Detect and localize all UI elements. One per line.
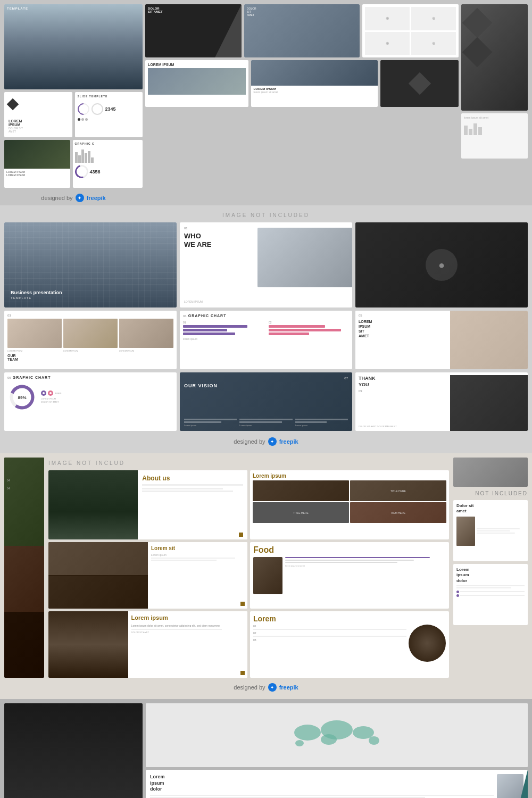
designed-by-text-2: designed by	[234, 438, 265, 445]
vision-lorem: Lorem ipsum	[184, 424, 237, 427]
slide-dolor-sit: Dolor sitamet	[453, 500, 528, 561]
slide-landscape: TEMPLATE	[4, 4, 143, 89]
slide-lorem-dolor-right: Loremipsumdolor	[146, 770, 528, 798]
section3: 04 04 IMAGE NOT INCLUD Abo	[0, 453, 532, 699]
section1-center-col: DOLORSIT AMET DOLORSITAMET ⊕	[145, 4, 459, 205]
freepik-icon: ✦	[76, 194, 84, 202]
worldmap-svg	[284, 714, 390, 757]
slide-lorem-cow: LOREM IPSUM	[145, 60, 248, 107]
lorem-05-text: LOREMIPSUMSITAMET	[359, 319, 447, 338]
svg-point-5	[353, 726, 374, 739]
section3-right-col: NOT INCLUDED Dolor sitamet	[453, 458, 528, 678]
slide-dark-triangle: DOLORSIT AMET	[145, 4, 242, 57]
section3-left-dark: 04 04	[4, 458, 44, 678]
biz-title: Business presentation	[11, 290, 62, 296]
food-dark-panel: 04 04	[4, 458, 44, 678]
food-title: Food	[253, 545, 446, 555]
brown-square-2	[240, 602, 245, 606]
chart-label-01: 01	[183, 321, 263, 324]
chart-06-num: 06	[7, 376, 11, 379]
lorem-dolor-title: Loremipsumdolor	[456, 567, 525, 584]
designed-by-text: designed by	[41, 195, 72, 201]
team-m3: LOREM IPSUM	[119, 350, 173, 352]
chart-sub-04: lorem ipsum	[183, 337, 349, 340]
section1-left-col: TEMPLATE LOREMIPSUM DOLOR SITAMET	[4, 4, 143, 205]
section3-main-grid: IMAGE NOT INCLUD About us	[48, 458, 449, 678]
section2-grid: Business presentation TEMPLATE 01 WHOWE …	[4, 222, 528, 431]
item-here: ITEM HERE	[350, 502, 446, 523]
slide-chart-04: 04 GRAPHIC CHART 01 02	[180, 311, 352, 369]
food-grid-title: Lorem ipsum	[253, 473, 446, 479]
slide-vision-07: 07 OUR VISION Lorem ipsum Lorem ipsum	[180, 372, 352, 431]
slide-who-we-are: 01 WHOWE ARE LOREM IPSUM	[180, 222, 352, 307]
section2: IMAGE NOT INCLUDED Business presentation…	[0, 205, 532, 453]
section4-inner: Loremipsumdolor	[4, 703, 528, 798]
title-here: TITLE HERE	[350, 480, 446, 501]
about-us-title: About us	[142, 475, 243, 482]
food-left-text2: 04	[7, 487, 10, 490]
svg-point-7	[295, 740, 304, 746]
team-m1: LOREM IPSUM	[7, 350, 62, 352]
food-sub-text: DOLOR SIT AMET	[131, 631, 244, 634]
lorem-ipsum-food-title: Lorem ipsum	[131, 614, 244, 621]
designed-by-3: designed by ✦ freepik	[4, 680, 528, 695]
title-here-2: TITLE HERE	[253, 502, 349, 523]
slide-icons-grid: ⊕ ⊕ ⊕ ⊕	[362, 4, 459, 57]
page-container: TEMPLATE LOREMIPSUM DOLOR SITAMET	[0, 0, 532, 798]
chart-desc: LOREM IPSUMDOLOR SIT AMET	[41, 397, 173, 404]
slide-graphic-chart: GRAPHIC C 4356	[73, 140, 143, 188]
chart-06-title: GRAPHIC CHART	[13, 376, 51, 379]
svg-point-4	[321, 734, 337, 745]
dolor-sit-top: DOLORSITAMET	[247, 7, 256, 16]
lorem-ipsum-3: LOREM IPSUM	[148, 63, 246, 66]
freepik-text: freepik	[87, 195, 106, 201]
lorem-05-num: 05	[359, 314, 447, 317]
team-number: 03	[7, 314, 173, 317]
donut-percent: 89%	[18, 395, 26, 400]
slide-right-dark	[461, 4, 528, 111]
food2-num2: 02	[253, 631, 406, 635]
slide-lorem-food2: Lorem 01 02 03	[250, 611, 449, 678]
lorem-sub: DOLOR SITAMET	[9, 127, 23, 133]
biz-subtitle: TEMPLATE	[11, 296, 62, 300]
food-lorem: lorem ipsum sit amet	[285, 564, 446, 567]
thank-sub: DOLOR SIT AMET DOLOR MAGNA SIT	[359, 425, 433, 428]
lorem-ipsum-text: LOREMIPSUM	[9, 119, 23, 127]
dolor-text: DOLORSIT AMET	[148, 7, 163, 13]
not-included-label: NOT INCLUDED	[453, 489, 528, 497]
chart-04-num: 04	[183, 314, 187, 318]
slide-our-team: 03 LOREM IPSUM LOREM IPSUM LOREM IPSUM O…	[4, 311, 177, 369]
slide-row3: LOREM IPSUM LOREM IPSUM GRAPHIC C	[4, 140, 143, 188]
chart-04-title: GRAPHIC CHART	[188, 314, 227, 318]
section4-right-col: Loremipsumdolor	[146, 703, 528, 798]
freepik-text-2: freepik	[279, 438, 298, 445]
slide-right-light: lorem ipsum sit amet	[461, 113, 528, 159]
food2-num3: 03	[253, 638, 406, 642]
dolor-title: Dolor sitamet	[456, 503, 525, 514]
slide-lorem-ipsum: LOREMIPSUM DOLOR SITAMET	[4, 92, 72, 137]
team-title: OURTEAM	[7, 354, 173, 361]
svg-point-2	[294, 725, 321, 741]
who-lorem: LOREM IPSUM	[184, 300, 203, 303]
lorem-small2: LOREM IPSUM	[6, 173, 68, 177]
slide-thank-you: THANKYOU 09 DOLOR SIT AMET DOLOR MAGNA S…	[355, 372, 528, 431]
lorem-ipsum-food-desc: Lorem ipsum dolor sit amet, consectetur …	[131, 624, 244, 628]
slide-lorem-dolor: Loremipsumdolor	[453, 564, 528, 625]
designed-by-1: designed by ✦ freepik	[4, 190, 143, 205]
slide-lorem-05: 05 LOREMIPSUMSITAMET	[355, 311, 528, 369]
section1: TEMPLATE LOREMIPSUM DOLOR SITAMET	[0, 0, 532, 205]
dark-left-panel	[4, 703, 143, 798]
designed-by-text-3: designed by	[234, 684, 265, 691]
not-included-top	[453, 458, 528, 487]
slide-lorem-ipsum-food: Lorem ipsum Lorem ipsum dolor sit amet, …	[48, 611, 247, 678]
lorem-right: lorem ipsum sit amet	[464, 116, 525, 119]
graphic-c-title: GRAPHIC C	[75, 142, 141, 145]
slide-template-label: TEMPLATE	[7, 7, 28, 10]
slide-chart-06: 06 GRAPHIC CHART 89%	[4, 372, 177, 431]
designed-by-2: designed by ✦ freepik	[4, 434, 528, 449]
lorem-food2-title: Lorem	[253, 614, 446, 623]
slide-biz-main: Business presentation TEMPLATE	[4, 222, 177, 307]
slide-plants: LOREM IPSUM LOREM IPSUM	[4, 140, 70, 188]
slide-mountain-cow: DOLORSITAMET	[244, 4, 360, 57]
vision-lorem3: Lorem ipsum	[295, 424, 348, 427]
